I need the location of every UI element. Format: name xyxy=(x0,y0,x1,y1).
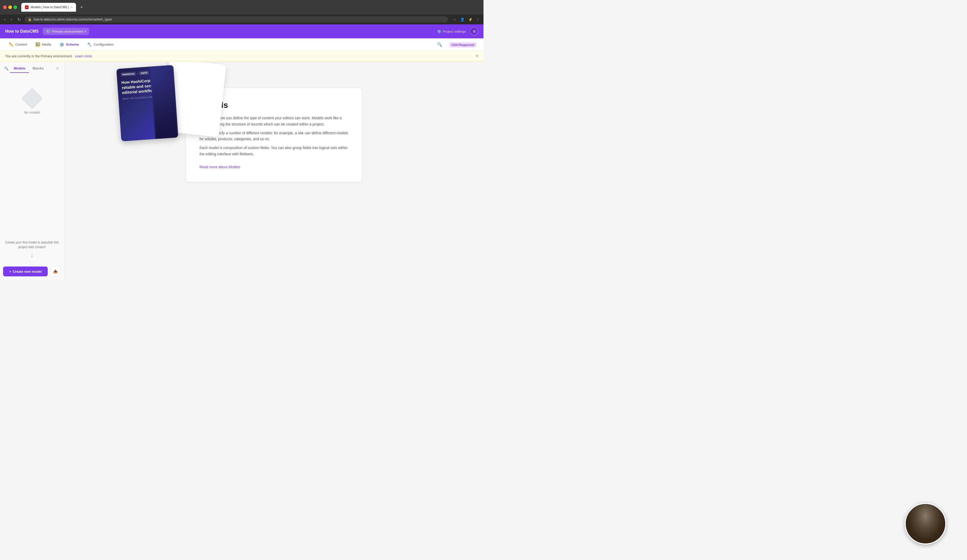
browser-toolbar: ‹ › ↻ 🔒 how-to-datocms.admin.datocms.com… xyxy=(0,15,484,25)
plus-icon: + xyxy=(9,270,12,273)
import-schema-btn[interactable]: 📥 xyxy=(50,267,61,277)
banner-text: You are currently in the Primary environ… xyxy=(5,54,73,58)
info-card-para2: You can specify a number of different mo… xyxy=(200,130,348,143)
models-info-card: Models Models are how you define the typ… xyxy=(186,87,362,182)
lock-icon: 🔒 xyxy=(28,18,31,21)
secondary-nav-right: 🔍 CDA Playground xyxy=(435,41,478,48)
configuration-icon: 🔧 xyxy=(87,42,92,47)
arrow-down-icon: ↓ xyxy=(4,252,60,259)
address-bar[interactable]: 🔒 how-to-datocms.admin.datocms.com/schem… xyxy=(25,16,448,23)
minimize-window-btn[interactable] xyxy=(8,5,12,9)
card-cta: READ THE SUCCESS CASE → xyxy=(122,94,171,100)
browser-title-bar: D Models | How to DatoCMS | × + xyxy=(0,0,484,15)
browser-action-buttons: ☆ 👤 ⚡ ⋮ xyxy=(452,16,481,23)
media-icon: 🖼️ xyxy=(36,42,40,47)
nav-item-configuration[interactable]: 🔧 Configuration xyxy=(84,40,117,49)
search-icon-sidebar: 🔍 xyxy=(4,66,8,71)
sidebar-tab-models[interactable]: Models xyxy=(10,64,29,73)
back-btn[interactable]: ‹ xyxy=(3,16,7,23)
bookmark-btn[interactable]: ☆ xyxy=(452,16,457,23)
project-settings-label: Project settings xyxy=(443,30,466,33)
project-settings-btn[interactable]: ⚙️ Project settings xyxy=(437,30,466,33)
card-separator: × xyxy=(137,72,139,75)
cda-playground-icon: CDA Playground xyxy=(449,42,476,48)
card-logos: HashiCorp × DATO xyxy=(121,69,170,76)
extensions-btn[interactable]: ⚡ xyxy=(467,16,474,23)
gear-icon: ⚙️ xyxy=(437,30,441,33)
nav-item-media[interactable]: 🖼️ Media xyxy=(32,40,55,49)
secondary-nav: ✏️ Content 🖼️ Media ⚙️ Schema 🔧 Configur… xyxy=(0,38,484,51)
content-icon: ✏️ xyxy=(9,42,14,47)
app-title: How to DatoCMS xyxy=(5,29,39,34)
address-text: how-to-datocms.admin.datocms.com/schema/… xyxy=(34,18,112,21)
info-card-title: Models xyxy=(200,100,348,110)
banner-learn-more-link[interactable]: Learn more xyxy=(75,54,92,58)
tab-close-btn[interactable]: × xyxy=(71,6,73,9)
reload-btn[interactable]: ↻ xyxy=(16,16,22,23)
no-models-label: No models xyxy=(24,110,40,114)
schema-icon: ⚙️ xyxy=(59,42,64,47)
top-nav-right: ⚙️ Project settings U xyxy=(437,27,478,36)
diamond-placeholder-icon xyxy=(21,87,43,110)
maximize-window-btn[interactable] xyxy=(13,5,17,9)
sidebar-tab-blocks[interactable]: Blocks xyxy=(29,64,48,73)
menu-btn[interactable]: ⋮ xyxy=(475,16,481,23)
window-controls xyxy=(3,5,17,9)
card-front: HashiCorp × DATO How HashiCorp built a r… xyxy=(117,65,178,142)
sidebar-footer: + Create new model 📥 xyxy=(0,263,64,280)
content-area: HashiCorp × DATO How HashiCorp built a r… xyxy=(64,62,484,280)
sidebar: 🔍 Models Blocks ↺ No models Create your … xyxy=(0,62,64,280)
environment-selector[interactable]: ⚙️ Primary environment ▾ xyxy=(43,28,89,35)
environment-icon: ⚙️ xyxy=(46,29,50,33)
info-banner: You are currently in the Primary environ… xyxy=(0,51,484,62)
photo-gradient xyxy=(153,86,177,139)
banner-close-btn[interactable]: × xyxy=(475,53,478,59)
nav-item-content[interactable]: ✏️ Content xyxy=(5,40,31,49)
nav-item-schema[interactable]: ⚙️ Schema xyxy=(56,40,83,49)
search-btn[interactable]: 🔍 xyxy=(435,41,444,48)
create-model-btn[interactable]: + Create new model xyxy=(3,267,48,277)
nav-configuration-label: Configuration xyxy=(94,43,114,46)
app: How to DatoCMS ⚙️ Primary environment ▾ … xyxy=(0,25,484,280)
dato-logo: DATO xyxy=(139,71,149,75)
cda-playground-btn[interactable]: CDA Playground xyxy=(447,41,478,48)
forward-btn[interactable]: › xyxy=(9,16,13,23)
read-more-link[interactable]: Read more about Models xyxy=(200,165,240,169)
info-card-para1: Models are how you define the type of co… xyxy=(200,115,348,128)
tab-title: Models | How to DatoCMS | xyxy=(31,5,69,9)
nav-content-label: Content xyxy=(15,43,27,46)
sidebar-cta-text: Create your first model to populate this… xyxy=(4,240,60,249)
profile-btn[interactable]: 👤 xyxy=(459,16,465,23)
sidebar-empty-state: No models xyxy=(0,75,64,236)
nav-schema-label: Schema xyxy=(66,43,79,46)
sidebar-cta: Create your first model to populate this… xyxy=(0,236,64,263)
main-content: 🔍 Models Blocks ↺ No models Create your … xyxy=(0,62,484,280)
info-card-para3: Each model is composition of custom fiel… xyxy=(200,145,348,157)
card-title: How HashiCorp built a reliable and secur… xyxy=(121,77,171,95)
create-model-label: Create new model xyxy=(13,270,41,273)
sidebar-tabs-row: 🔍 Models Blocks ↺ xyxy=(0,62,64,75)
top-nav: How to DatoCMS ⚙️ Primary environment ▾ … xyxy=(0,25,484,38)
user-avatar[interactable]: U xyxy=(470,27,478,36)
environment-label: Primary environment xyxy=(52,30,83,33)
tab-favicon: D xyxy=(25,5,28,9)
new-tab-btn[interactable]: + xyxy=(78,3,85,11)
sidebar-history-btn[interactable]: ↺ xyxy=(55,65,60,72)
close-window-btn[interactable] xyxy=(3,5,7,9)
hashicorp-logo: HashiCorp xyxy=(121,72,136,76)
browser-tab-active[interactable]: D Models | How to DatoCMS | × xyxy=(21,3,76,12)
chevron-down-icon: ▾ xyxy=(84,30,86,33)
card-photo xyxy=(150,65,178,139)
nav-media-label: Media xyxy=(42,43,51,46)
